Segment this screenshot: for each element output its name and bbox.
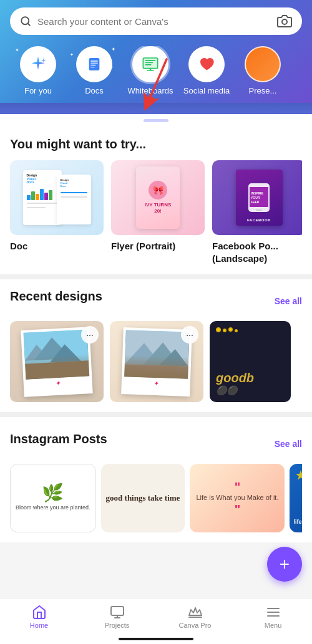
mountain-scene-2 <box>124 330 190 379</box>
facebook-card-label: Facebook Po...(Landscape) <box>212 240 302 264</box>
fab-plus-icon: + <box>280 555 290 573</box>
instagram-section-title: Instagram Posts <box>10 432 107 446</box>
polaroid-2-label: ✦ <box>124 379 188 388</box>
header-bottom-strip <box>0 103 312 114</box>
try-card-doc[interactable]: Design Visual Docs <box>10 160 104 264</box>
header: For you ✦ Docs ✦ ✦ ✦ <box>0 0 312 103</box>
sidebar-item-whiteboards[interactable]: Whiteboards <box>122 46 178 103</box>
svg-text:YOUR: YOUR <box>251 196 260 199</box>
close-quote: " <box>195 504 280 514</box>
facebook-card-image: INSPIRE YOUR FEED FACEBOOK <box>212 160 302 235</box>
polaroid-2-photo <box>124 330 190 379</box>
svg-rect-3 <box>89 58 100 70</box>
design-card-3[interactable]: goodb ⚫⚫ <box>210 321 291 402</box>
mountain-scene <box>23 329 89 379</box>
life2-text: life & What You <box>293 519 302 526</box>
sidebar-item-presentations[interactable]: Prese... <box>235 46 291 103</box>
pull-handle-wrap <box>0 114 312 127</box>
social-media-label: Social media <box>183 86 230 95</box>
phone-mockup-icon: INSPIRE YOUR FEED <box>243 182 275 213</box>
canva-pro-label: Canva Pro <box>179 622 212 629</box>
try-card-facebook[interactable]: INSPIRE YOUR FEED FACEBOOK Facebook Po..… <box>212 160 302 264</box>
svg-point-2 <box>282 19 287 24</box>
polaroid-1-photo <box>23 329 89 379</box>
svg-rect-5 <box>90 63 98 64</box>
svg-rect-6 <box>90 65 95 66</box>
recent-designs-section: Recent designs See all ··· <box>0 279 312 412</box>
sidebar-item-docs[interactable]: Docs ✦ ✦ ✦ <box>66 46 122 103</box>
section-divider-2 <box>0 412 312 417</box>
goodbye-text-wrap: goodb ⚫⚫ <box>216 372 254 396</box>
try-section: You might want to try... Design Visual D… <box>0 127 312 274</box>
sidebar-item-social-media[interactable]: Social media <box>178 46 235 103</box>
bloom-text: Bloom where you are planted. <box>16 504 90 512</box>
doc-chart <box>27 188 58 200</box>
presentations-label: Prese... <box>249 86 277 95</box>
recent-section-header: Recent designs See all <box>10 289 302 312</box>
social-icon-circle <box>188 46 225 82</box>
svg-marker-33 <box>296 470 302 480</box>
instagram-section: Instagram Posts See all 🌿 Bloom where yo… <box>0 422 312 542</box>
instagram-card-bloom[interactable]: 🌿 Bloom where you are planted. <box>10 464 96 532</box>
goodbye-text: goodb <box>216 371 254 385</box>
recent-section-title: Recent designs <box>10 289 102 304</box>
bottom-nav-projects[interactable]: Projects <box>95 605 139 629</box>
try-cards-row: Design Visual Docs <box>10 160 302 274</box>
fab-create-button[interactable]: + <box>267 547 302 582</box>
instagram-see-all-link[interactable]: See all <box>275 439 302 449</box>
design-card-2-menu[interactable]: ··· <box>181 326 198 344</box>
bottom-nav-canva-pro[interactable]: Canva Pro <box>173 605 217 629</box>
instagram-card-good-things[interactable]: good things take time <box>101 464 185 532</box>
nav-row: For you ✦ Docs ✦ ✦ ✦ <box>10 46 302 103</box>
for-you-icon-circle <box>20 46 56 82</box>
bottom-nav: Home Projects Canva Pro Menu <box>0 598 312 644</box>
sparkle-icon <box>28 54 48 74</box>
sidebar-item-for-you[interactable]: For you ✦ <box>10 46 66 103</box>
svg-rect-7 <box>90 67 95 68</box>
main-content: You might want to try... Design Visual D… <box>0 127 312 542</box>
svg-rect-32 <box>124 364 188 379</box>
svg-text:FEED: FEED <box>251 200 260 204</box>
search-bar[interactable] <box>10 7 302 35</box>
life-card-inner: " Life is What you Make of it. " <box>190 477 285 519</box>
svg-text:INSPIRE: INSPIRE <box>251 191 264 195</box>
svg-rect-19 <box>256 209 262 211</box>
design-card-1-menu[interactable]: ··· <box>81 326 99 344</box>
recent-see-all-link[interactable]: See all <box>275 296 302 306</box>
try-card-flyer[interactable]: 🎀 IVY TURNS20! Flyer (Portrait) <box>111 160 205 264</box>
heart-icon <box>197 55 216 74</box>
svg-rect-27 <box>25 360 89 379</box>
crown-icon <box>188 605 203 620</box>
search-icon <box>20 16 31 27</box>
whiteboards-label: Whiteboards <box>128 86 173 95</box>
flyer-card-label: Flyer (Portrait) <box>111 240 205 252</box>
doc-mini-card-1: Design Visual Docs <box>23 170 62 225</box>
flyer-character: 🎀 <box>149 181 167 199</box>
design-cards-row: ··· ✦ <box>10 321 302 412</box>
bottom-nav-home[interactable]: Home <box>17 605 61 629</box>
search-input[interactable] <box>37 16 271 27</box>
docs-icon <box>85 55 104 74</box>
docs-label: Docs <box>85 86 104 95</box>
flyer-inner: 🎀 IVY TURNS20! <box>136 166 180 229</box>
design-card-2[interactable]: ··· ✦ <box>110 321 203 402</box>
design-card-1[interactable]: ··· ✦ <box>10 321 104 402</box>
doc-card-image: Design Visual Docs <box>10 160 104 235</box>
good-things-text: good things take time <box>101 488 185 509</box>
docs-icon-circle <box>76 46 112 82</box>
svg-rect-34 <box>111 607 124 615</box>
instagram-card-life2[interactable]: life & What You <box>290 464 302 532</box>
svg-line-1 <box>27 23 29 25</box>
instagram-section-header: Instagram Posts See all <box>10 432 302 455</box>
camera-icon[interactable] <box>277 14 292 29</box>
projects-icon <box>110 605 125 620</box>
star-decoration <box>295 469 302 481</box>
doc-card-label: Doc <box>10 240 104 252</box>
svg-rect-4 <box>90 60 98 62</box>
presentations-icon-circle <box>245 46 281 82</box>
scroll-handle <box>144 119 168 122</box>
bottom-nav-menu[interactable]: Menu <box>251 605 295 629</box>
goodbye-text-2: ⚫⚫ <box>216 385 237 395</box>
instagram-card-life[interactable]: " Life is What you Make of it. " <box>190 464 285 532</box>
open-quote: " <box>195 482 280 492</box>
